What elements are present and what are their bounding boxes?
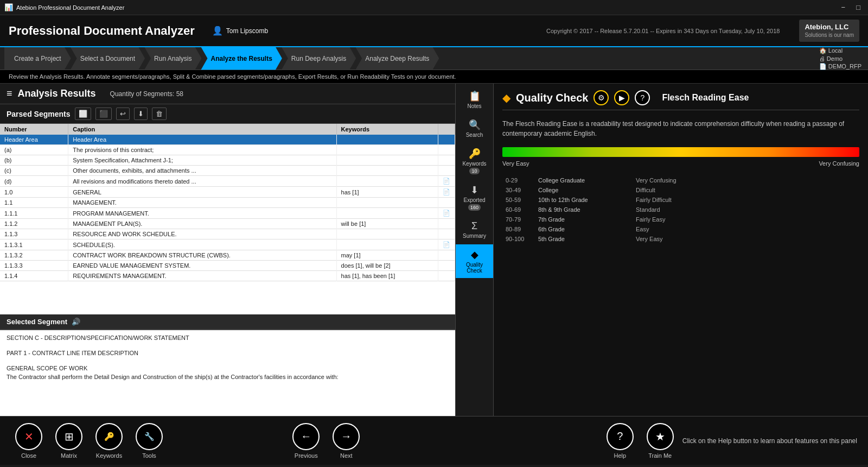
- maximize-button[interactable]: □: [853, 2, 864, 12]
- row-icon: [438, 198, 455, 208]
- previous-label: Previous: [295, 452, 318, 459]
- minimize-button[interactable]: −: [838, 2, 849, 12]
- side-nav-keywords[interactable]: 🔑 Keywords 10: [456, 143, 493, 179]
- qc-settings-button[interactable]: ⚙: [593, 90, 609, 105]
- reading-difficulty: Difficult: [633, 185, 859, 195]
- table-row[interactable]: (c) Other documents, exhibits, and attac…: [0, 166, 455, 176]
- row-keywords: [336, 176, 438, 187]
- table-row[interactable]: (a) The provisions of this contract;: [0, 145, 455, 155]
- row-icon: [438, 261, 455, 271]
- collapse-button[interactable]: ⬛: [95, 108, 112, 120]
- nav-right-panel: 🏠 Local 🖨 Demo 📄 DEMO_RFP: [813, 45, 868, 72]
- side-nav-notes[interactable]: 📋 Notes: [456, 86, 493, 113]
- tools-icon: 🔧: [136, 423, 163, 450]
- reading-difficulty: Easy: [633, 224, 859, 234]
- reading-grade: 6th Grade: [535, 224, 633, 234]
- selected-segment-content: SECTION C - DESCRIPTION/SPECIFICATION/WO…: [0, 329, 455, 416]
- qc-help-button[interactable]: ?: [635, 90, 650, 105]
- right-content: 📋 Notes 🔍 Search 🔑 Keywords 10 ⬇ Exporte…: [456, 84, 868, 416]
- nav-step-analyze[interactable]: Analyze the Results: [201, 47, 282, 70]
- row-caption: REQUIREMENTS MANAGEMENT.: [68, 271, 336, 281]
- help-text: Click on the Help button to learn about …: [682, 437, 857, 445]
- nav-step-create[interactable]: Create a Project: [4, 47, 71, 70]
- previous-icon: ←: [292, 423, 320, 450]
- nav-step-select[interactable]: Select a Document: [71, 47, 145, 70]
- row-keywords: has [1], has been [1]: [336, 271, 438, 281]
- table-header-row: Number Caption Keywords: [0, 124, 455, 135]
- side-nav-exported[interactable]: ⬇ Exported 160: [456, 180, 493, 215]
- window-title: Atebion Professional Document Analyzer: [16, 4, 124, 11]
- reading-difficulty: Fairly Easy: [633, 214, 859, 224]
- nav-demo-rfp[interactable]: 📄 DEMO_RFP: [819, 63, 861, 70]
- nav-step-run[interactable]: Run Analysis: [144, 47, 201, 70]
- title-bar: 📊 Atebion Professional Document Analyzer…: [0, 0, 868, 15]
- table-row[interactable]: (b) System Specification, Attachment J-1…: [0, 155, 455, 166]
- row-number: 1.1: [0, 198, 68, 208]
- row-keywords: [336, 208, 438, 219]
- atebion-logo: Atebion, LLC Solutions is our nam: [799, 20, 859, 42]
- row-number: Header Area: [0, 135, 68, 145]
- row-caption: MANAGEMENT PLAN(S).: [68, 219, 336, 229]
- row-caption: The provisions of this contract;: [68, 145, 336, 155]
- copyright-text: Copyright © 2017 -- Release 5.7.20.01 --…: [546, 28, 780, 34]
- download-button[interactable]: ⬇: [134, 108, 148, 120]
- keywords-button[interactable]: 🔑 Keywords: [91, 421, 127, 461]
- table-row[interactable]: 1.1.2 MANAGEMENT PLAN(S). will be [1]: [0, 219, 455, 229]
- bar-label-left: Very Easy: [502, 160, 529, 167]
- refresh-button[interactable]: ↩: [116, 108, 130, 120]
- qc-play-button[interactable]: ▶: [614, 90, 629, 105]
- table-row[interactable]: 1.1.3.3 EARNED VALUE MANAGEMENT SYSTEM. …: [0, 261, 455, 271]
- table-row[interactable]: 1.0 GENERAL has [1] 📄: [0, 187, 455, 198]
- row-icon: [438, 229, 455, 239]
- title-bar-controls[interactable]: − □: [838, 2, 864, 12]
- matrix-label: Matrix: [61, 452, 77, 459]
- side-nav-quality-check[interactable]: ◆ Quality Check: [456, 244, 493, 278]
- train-me-button[interactable]: ★ Train Me: [642, 421, 678, 461]
- reading-grade: 10th to 12th Grade: [535, 195, 633, 205]
- previous-button[interactable]: ← Previous: [288, 421, 324, 461]
- nav-local[interactable]: 🏠 Local: [819, 47, 861, 54]
- quantity-badge: Quantity of Segments: 58: [110, 90, 183, 98]
- row-keywords: [336, 155, 438, 166]
- delete-button[interactable]: 🗑: [152, 108, 167, 120]
- train-me-label: Train Me: [648, 452, 672, 459]
- row-number: 1.0: [0, 187, 68, 198]
- expand-button[interactable]: ⬜: [75, 108, 91, 120]
- tools-button[interactable]: 🔧 Tools: [131, 421, 167, 461]
- next-button[interactable]: → Next: [328, 421, 364, 461]
- table-row[interactable]: 1.1.3.2 CONTRACT WORK BREAKDOWN STRUCTUR…: [0, 250, 455, 261]
- side-nav-search[interactable]: 🔍 Search: [456, 115, 493, 142]
- row-number: 1.1.1: [0, 208, 68, 219]
- table-row[interactable]: 1.1 MANAGEMENT.: [0, 198, 455, 208]
- nav-breadcrumb: Create a Project Select a Document Run A…: [0, 47, 868, 70]
- table-row[interactable]: (d) All revisions and modifications ther…: [0, 176, 455, 187]
- reading-range: 90-100: [502, 234, 535, 244]
- reading-ease-bar: [502, 147, 859, 157]
- reading-range: 80-89: [502, 224, 535, 234]
- user-icon: 👤: [212, 26, 223, 36]
- row-keywords: [336, 145, 438, 155]
- nav-demo[interactable]: 🖨 Demo: [819, 55, 861, 62]
- bar-label-right: Very Confusing: [819, 160, 859, 167]
- side-nav-summary[interactable]: Σ Summary: [456, 216, 493, 243]
- reading-range: 50-59: [502, 195, 535, 205]
- reading-difficulty: Standard: [633, 205, 859, 214]
- nav-step-deep[interactable]: Run Deep Analysis: [282, 47, 356, 70]
- matrix-button[interactable]: ⊞ Matrix: [51, 421, 87, 461]
- row-keywords: may [1]: [336, 250, 438, 261]
- row-icon: 📄: [438, 176, 455, 187]
- table-row[interactable]: 1.1.4 REQUIREMENTS MANAGEMENT. has [1], …: [0, 271, 455, 281]
- table-row[interactable]: 1.1.1 PROGRAM MANAGEMENT. 📄: [0, 208, 455, 219]
- side-nav: 📋 Notes 🔍 Search 🔑 Keywords 10 ⬇ Exporte…: [456, 84, 494, 416]
- help-button[interactable]: ? Help: [602, 421, 638, 461]
- table-row[interactable]: 1.1.3.1 SCHEDULE(S). 📄: [0, 239, 455, 250]
- flesch-title: Flesch Reading Ease: [662, 93, 749, 103]
- bottom-toolbar: ✕ Close ⊞ Matrix 🔑 Keywords 🔧 Tools ← Pr…: [0, 416, 868, 465]
- table-row[interactable]: 1.1.3 RESOURCE AND WORK SCHEDULE.: [0, 229, 455, 239]
- nav-step-deep-results[interactable]: Analyze Deep Results: [355, 47, 439, 70]
- segments-table-container[interactable]: Number Caption Keywords Header Area Head…: [0, 124, 455, 314]
- parsed-segments-title: Parsed Segments: [7, 110, 71, 118]
- table-row[interactable]: Header Area Header Area: [0, 135, 455, 145]
- app-title: Professional Document Analyzer: [9, 24, 195, 38]
- close-button[interactable]: ✕ Close: [11, 421, 47, 461]
